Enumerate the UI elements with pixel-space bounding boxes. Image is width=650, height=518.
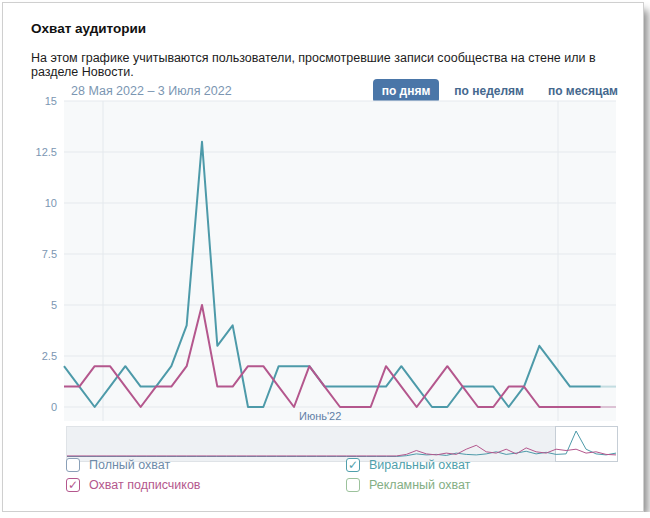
y-tick-label: 10 (3, 197, 57, 209)
navigator-sparkline-svg (67, 427, 616, 461)
date-range-label: 28 Мая 2022 – 3 Июля 2022 (71, 84, 232, 98)
x-axis-month-label: Июнь'22 (299, 410, 341, 422)
y-tick-label: 7.5 (3, 248, 57, 260)
nav-subs-mini (67, 445, 616, 456)
plot-background (64, 101, 616, 421)
tab-by-months[interactable]: по месяцам (539, 79, 627, 103)
y-tick-label: 15 (3, 95, 57, 107)
main-chart-svg[interactable] (64, 101, 616, 421)
y-axis-labels: 02.557.51012.515 (3, 3, 57, 511)
granularity-tabs: по дням по неделям по месяцам (373, 79, 627, 103)
legend-item-ad-reach[interactable]: Рекламный охват (346, 478, 471, 492)
legend-label-viral-reach: Виральный охват (369, 458, 470, 472)
chart-range-navigator[interactable] (66, 426, 617, 462)
y-tick-label: 0 (3, 401, 57, 413)
y-tick-label: 2.5 (3, 350, 57, 362)
y-tick-label: 5 (3, 299, 57, 311)
checkbox-full-reach[interactable] (66, 458, 80, 472)
line-viral (64, 142, 601, 407)
reach-stats-card: Охват аудитории На этом графике учитываю… (2, 2, 644, 512)
legend-label-ad-reach: Рекламный охват (369, 478, 471, 492)
legend-item-full-reach[interactable]: Полный охват (66, 458, 170, 472)
nav-viral-mini (67, 431, 616, 456)
checkbox-viral-reach[interactable]: ✓ (346, 458, 360, 472)
tab-by-weeks[interactable]: по неделям (445, 79, 533, 103)
legend-label-subscribers-reach: Охват подписчиков (89, 478, 201, 492)
legend-label-full-reach: Полный охват (89, 458, 170, 472)
chart-description: На этом графике учитываются пользователи… (31, 51, 643, 79)
checkbox-ad-reach[interactable] (346, 478, 360, 492)
tab-by-days[interactable]: по дням (373, 79, 440, 103)
y-tick-label: 12.5 (3, 146, 57, 158)
line-subscribers (64, 305, 601, 407)
legend-item-subscribers-reach[interactable]: ✓ Охват подписчиков (66, 478, 201, 492)
legend-item-viral-reach[interactable]: ✓ Виральный охват (346, 458, 470, 472)
checkbox-subscribers-reach[interactable]: ✓ (66, 478, 80, 492)
